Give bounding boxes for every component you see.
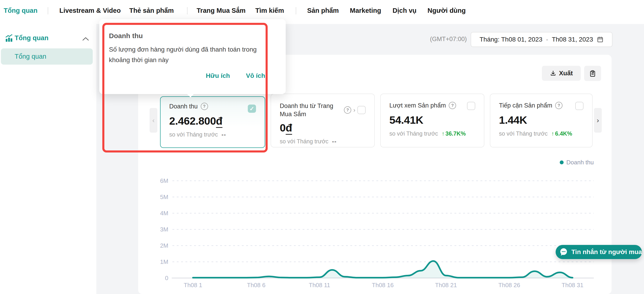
svg-text:2M: 2M	[160, 242, 168, 249]
help-icon[interactable]: ?	[201, 103, 208, 110]
sidebar-section-label: Tổng quan	[14, 34, 48, 42]
svg-text:5M: 5M	[160, 194, 168, 200]
svg-text:Th08 31: Th08 31	[562, 282, 583, 289]
card-value: 2.462.800đ	[169, 115, 256, 127]
nav-tab-san-pham[interactable]: Sản phẩm	[307, 7, 339, 14]
revenue-line-chart[interactable]: 01M2M3M4M5M6MTh08 1Th08 6Th08 11Th08 16T…	[138, 151, 612, 294]
date-range-end: Th08 31, 2023	[552, 36, 593, 43]
currency-unit: đ	[286, 122, 292, 135]
chevron-right-icon[interactable]: ›	[353, 107, 355, 114]
card-title: Doanh thu	[169, 103, 198, 110]
nav-tab-nguoi-dung[interactable]: Người dùng	[428, 7, 466, 14]
help-icon[interactable]: ?	[449, 102, 456, 109]
nav-tab-trang-mua-sam[interactable]: Trang Mua Sắm	[197, 7, 246, 14]
card-value: 1.44K	[499, 114, 584, 126]
card-title: Tiếp cận Sản phẩm	[499, 102, 552, 109]
change-value: --	[222, 131, 226, 138]
card-value: 0đ	[280, 121, 366, 134]
chevron-right-icon: ›	[597, 116, 599, 124]
change-value: --	[332, 138, 337, 145]
metric-card-doanh-thu[interactable]: Doanh thu ? ✓ 2.462.800đ so với Tháng tr…	[160, 96, 265, 148]
card-compare-row: so với Tháng trước ↑ 36.7K%	[389, 130, 475, 137]
metric-card-tiep-can-san-pham[interactable]: Tiếp cận Sản phẩm ? 1.44K so với Tháng t…	[490, 94, 592, 147]
chat-bubble-icon	[559, 247, 568, 257]
clipboard-list-icon	[589, 70, 596, 77]
nav-tab-dich-vu[interactable]: Dịch vụ	[392, 7, 416, 14]
metric-card-luot-xem-san-pham[interactable]: Lượt xem Sản phẩm ? 54.41K so với Tháng …	[380, 94, 484, 147]
nav-tab-tong-quan[interactable]: Tổng quan	[4, 7, 38, 14]
cards-scroll-next-button[interactable]: ›	[594, 108, 602, 133]
card-compare-row: so với Tháng trước --	[169, 131, 256, 138]
sidebar-section-overview[interactable]: Tổng quan	[0, 34, 96, 44]
sidebar-item-tong-quan[interactable]: Tổng quan	[1, 48, 93, 65]
svg-text:1M: 1M	[160, 258, 168, 265]
analytics-dashboard: Tổng quan Livestream & Video Thẻ sản phẩ…	[0, 0, 644, 294]
trend-up-icon: ↑	[551, 130, 554, 137]
bar-chart-trend-icon	[5, 34, 13, 42]
change-value-up: ↑ 6.4K%	[551, 130, 572, 137]
card-checkbox-checked[interactable]: ✓	[248, 105, 256, 113]
top-navigation: Tổng quan Livestream & Video Thẻ sản phẩ…	[0, 0, 644, 24]
card-compare-row: so với Tháng trước ↑ 6.4K%	[499, 130, 584, 137]
nav-divider	[187, 7, 188, 14]
svg-text:Th08 6: Th08 6	[247, 282, 266, 289]
card-value: 54.41K	[389, 114, 475, 126]
timezone-label: (GMT+07:00)	[430, 36, 467, 43]
nav-divider	[48, 7, 48, 14]
nav-tab-the-san-pham[interactable]: Thẻ sản phẩm	[129, 7, 174, 14]
svg-text:Th08 26: Th08 26	[498, 282, 520, 289]
svg-text:Th08 1: Th08 1	[184, 282, 202, 289]
report-button[interactable]	[584, 66, 601, 81]
chevron-left-icon: ‹	[152, 116, 154, 124]
help-icon[interactable]: ?	[344, 106, 351, 114]
buyer-messages-label: Tin nhắn từ người mua	[572, 248, 642, 256]
export-button-label: Xuất	[559, 70, 573, 77]
card-checkbox-unchecked[interactable]	[467, 102, 475, 110]
date-range-start: Tháng: Th08 01, 2023	[480, 36, 542, 43]
tooltip-title: Doanh thu	[109, 32, 143, 40]
metric-tooltip-popup: Doanh thu Số lượng đơn hàng người dùng đ…	[99, 19, 286, 94]
nav-tab-tim-kiem[interactable]: Tìm kiếm	[255, 7, 284, 14]
helpful-link[interactable]: Hữu ích	[206, 72, 230, 79]
cards-scroll-prev-button[interactable]: ‹	[150, 108, 157, 133]
nav-tab-marketing[interactable]: Marketing	[350, 7, 381, 14]
card-checkbox-unchecked[interactable]	[358, 106, 366, 114]
chevron-up-icon[interactable]	[82, 36, 89, 41]
svg-text:0: 0	[165, 275, 168, 282]
change-value-up: ↑ 36.7K%	[442, 130, 466, 137]
help-icon[interactable]: ?	[555, 102, 562, 109]
tooltip-body: Số lượng đơn hàng người dùng đã thanh to…	[109, 44, 266, 65]
svg-text:6M: 6M	[160, 177, 168, 184]
date-range-separator: -	[546, 36, 548, 43]
svg-text:Th08 21: Th08 21	[435, 282, 457, 289]
export-button[interactable]: Xuất	[542, 66, 581, 81]
card-title: Lượt xem Sản phẩm	[389, 102, 446, 109]
card-title: Doanh thu từ Trang Mua Sắm	[280, 102, 340, 118]
buyer-messages-button[interactable]: Tin nhắn từ người mua	[556, 245, 642, 259]
card-checkbox-unchecked[interactable]	[575, 102, 584, 110]
not-helpful-link[interactable]: Vô ích	[246, 72, 265, 79]
svg-text:3M: 3M	[160, 226, 168, 233]
check-icon: ✓	[250, 105, 254, 112]
svg-text:Th08 16: Th08 16	[372, 282, 394, 289]
nav-divider	[296, 7, 296, 14]
metric-card-doanh-thu-trang-mua-sam[interactable]: Doanh thu từ Trang Mua Sắm ? › 0đ so với…	[270, 94, 375, 147]
date-range-picker[interactable]: Tháng: Th08 01, 2023 - Th08 31, 2023	[471, 32, 612, 47]
card-compare-row: so với Tháng trước --	[280, 138, 366, 145]
calendar-icon	[597, 36, 604, 43]
trend-up-icon: ↑	[442, 130, 445, 137]
currency-unit: đ	[216, 115, 222, 128]
svg-text:4M: 4M	[160, 210, 168, 217]
download-icon	[550, 70, 556, 76]
nav-tab-livestream-video[interactable]: Livestream & Video	[60, 7, 121, 14]
svg-text:Th08 11: Th08 11	[309, 282, 330, 289]
